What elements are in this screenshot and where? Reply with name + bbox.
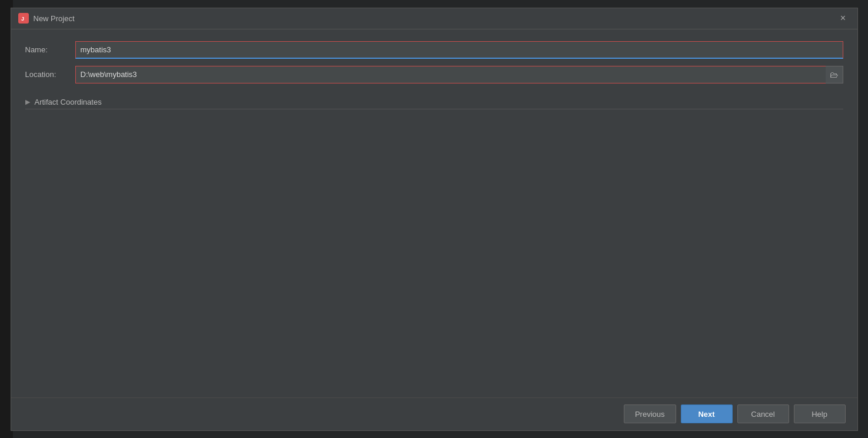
dialog-content: Name: Location: 🗁 ▶ Artifa — [11, 29, 857, 397]
help-button[interactable]: Help — [794, 404, 846, 423]
folder-icon: 🗁 — [830, 70, 838, 79]
dialog: J New Project × Name: Location: — [11, 8, 858, 431]
name-input-wrapper — [75, 41, 843, 59]
artifact-label: Artifact Coordinates — [35, 98, 102, 106]
browse-folder-button[interactable]: 🗁 — [826, 66, 843, 83]
dialog-overlay: J New Project × Name: Location: — [0, 0, 868, 438]
cancel-button[interactable]: Cancel — [737, 404, 789, 423]
name-input[interactable] — [75, 41, 843, 59]
location-input[interactable] — [75, 66, 843, 83]
previous-button[interactable]: Previous — [624, 404, 676, 423]
location-input-wrapper: 🗁 — [75, 66, 843, 83]
artifact-header[interactable]: ▶ Artifact Coordinates — [25, 95, 843, 109]
name-label: Name: — [25, 45, 75, 54]
artifact-section: ▶ Artifact Coordinates — [25, 95, 843, 109]
next-button[interactable]: Next — [681, 404, 733, 423]
location-row: Location: 🗁 — [25, 66, 843, 83]
close-button[interactable]: × — [836, 11, 850, 25]
dialog-title: New Project — [34, 14, 836, 23]
dialog-titlebar: J New Project × — [11, 8, 857, 29]
artifact-chevron-icon: ▶ — [25, 98, 30, 106]
dialog-footer: Previous Next Cancel Help — [11, 397, 857, 430]
dialog-icon: J — [18, 13, 29, 24]
name-row: Name: — [25, 41, 843, 59]
location-label: Location: — [25, 70, 75, 79]
svg-text:J: J — [21, 16, 24, 22]
